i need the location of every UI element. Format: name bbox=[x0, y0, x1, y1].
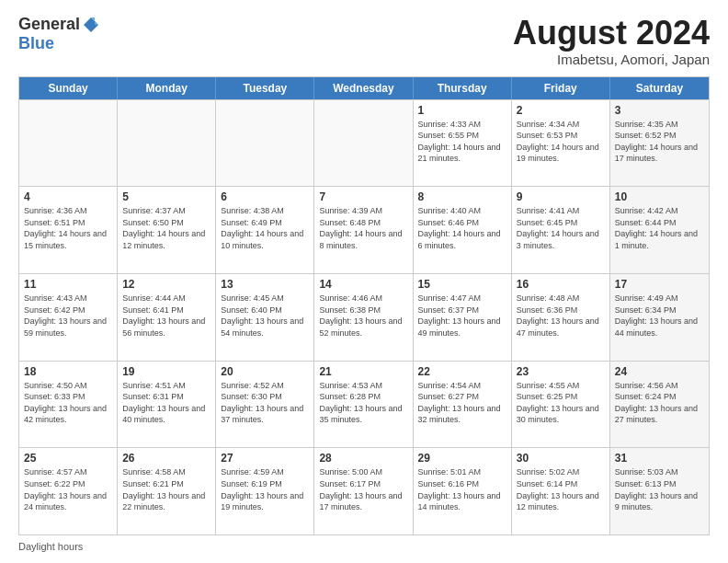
day-of-week-saturday: Saturday bbox=[610, 77, 709, 99]
day-number: 30 bbox=[517, 452, 605, 465]
day-info: Sunrise: 4:59 AM Sunset: 6:19 PM Dayligh… bbox=[221, 466, 309, 512]
day-info: Sunrise: 4:42 AM Sunset: 6:44 PM Dayligh… bbox=[615, 205, 704, 251]
day-number: 11 bbox=[24, 278, 112, 291]
day-number: 29 bbox=[418, 452, 506, 465]
page: General Blue August 2024 Imabetsu, Aomor… bbox=[0, 0, 728, 563]
day-number: 24 bbox=[615, 365, 704, 378]
day-info: Sunrise: 4:41 AM Sunset: 6:45 PM Dayligh… bbox=[517, 205, 605, 251]
day-info: Sunrise: 4:38 AM Sunset: 6:49 PM Dayligh… bbox=[221, 205, 309, 251]
header: General Blue August 2024 Imabetsu, Aomor… bbox=[18, 15, 710, 67]
day-info: Sunrise: 4:34 AM Sunset: 6:53 PM Dayligh… bbox=[517, 119, 605, 165]
day-number: 25 bbox=[24, 452, 112, 465]
day-info: Sunrise: 4:47 AM Sunset: 6:37 PM Dayligh… bbox=[418, 293, 506, 339]
calendar-header: SundayMondayTuesdayWednesdayThursdayFrid… bbox=[19, 77, 709, 99]
day-info: Sunrise: 4:53 AM Sunset: 6:28 PM Dayligh… bbox=[319, 380, 407, 426]
day-number: 6 bbox=[221, 190, 309, 203]
day-number: 23 bbox=[517, 365, 605, 378]
empty-cell bbox=[216, 100, 314, 187]
title-block: August 2024 Imabetsu, Aomori, Japan bbox=[513, 15, 710, 67]
subtitle: Imabetsu, Aomori, Japan bbox=[513, 52, 710, 67]
day-cell-4: 4Sunrise: 4:36 AM Sunset: 6:51 PM Daylig… bbox=[19, 187, 118, 273]
day-number: 22 bbox=[418, 365, 506, 378]
calendar-week-1: 1Sunrise: 4:33 AM Sunset: 6:55 PM Daylig… bbox=[19, 99, 709, 187]
day-info: Sunrise: 5:00 AM Sunset: 6:17 PM Dayligh… bbox=[319, 466, 407, 512]
day-info: Sunrise: 4:36 AM Sunset: 6:51 PM Dayligh… bbox=[24, 205, 112, 251]
day-number: 31 bbox=[615, 452, 704, 465]
calendar-body: 1Sunrise: 4:33 AM Sunset: 6:55 PM Daylig… bbox=[19, 99, 709, 534]
day-info: Sunrise: 4:35 AM Sunset: 6:52 PM Dayligh… bbox=[615, 119, 704, 165]
footer-note: Daylight hours bbox=[18, 541, 710, 552]
calendar: SundayMondayTuesdayWednesdayThursdayFrid… bbox=[18, 76, 710, 535]
month-title: August 2024 bbox=[513, 15, 710, 52]
day-number: 4 bbox=[24, 190, 112, 203]
empty-cell bbox=[314, 100, 413, 187]
day-of-week-thursday: Thursday bbox=[414, 77, 512, 99]
day-cell-18: 18Sunrise: 4:50 AM Sunset: 6:33 PM Dayli… bbox=[19, 362, 118, 448]
day-number: 26 bbox=[122, 452, 210, 465]
day-info: Sunrise: 4:37 AM Sunset: 6:50 PM Dayligh… bbox=[122, 205, 210, 251]
empty-cell bbox=[19, 100, 118, 187]
logo: General Blue bbox=[18, 15, 100, 53]
day-number: 1 bbox=[418, 104, 506, 117]
day-cell-15: 15Sunrise: 4:47 AM Sunset: 6:37 PM Dayli… bbox=[414, 274, 512, 361]
day-number: 17 bbox=[615, 278, 704, 291]
day-cell-6: 6Sunrise: 4:38 AM Sunset: 6:49 PM Daylig… bbox=[216, 187, 314, 273]
logo-blue: Blue bbox=[18, 34, 54, 53]
day-info: Sunrise: 4:55 AM Sunset: 6:25 PM Dayligh… bbox=[517, 380, 605, 426]
day-number: 28 bbox=[319, 452, 407, 465]
day-cell-12: 12Sunrise: 4:44 AM Sunset: 6:41 PM Dayli… bbox=[118, 274, 216, 361]
day-number: 14 bbox=[319, 278, 407, 291]
day-info: Sunrise: 4:56 AM Sunset: 6:24 PM Dayligh… bbox=[615, 380, 704, 426]
day-of-week-monday: Monday bbox=[118, 77, 216, 99]
logo-general: General bbox=[18, 15, 80, 34]
day-info: Sunrise: 5:02 AM Sunset: 6:14 PM Dayligh… bbox=[517, 466, 605, 512]
day-number: 13 bbox=[221, 278, 309, 291]
day-number: 18 bbox=[24, 365, 112, 378]
day-info: Sunrise: 4:39 AM Sunset: 6:48 PM Dayligh… bbox=[319, 205, 407, 251]
day-cell-20: 20Sunrise: 4:52 AM Sunset: 6:30 PM Dayli… bbox=[216, 362, 314, 448]
day-cell-1: 1Sunrise: 4:33 AM Sunset: 6:55 PM Daylig… bbox=[414, 100, 512, 187]
day-info: Sunrise: 4:44 AM Sunset: 6:41 PM Dayligh… bbox=[122, 293, 210, 339]
day-number: 27 bbox=[221, 452, 309, 465]
day-number: 21 bbox=[319, 365, 407, 378]
day-number: 19 bbox=[122, 365, 210, 378]
day-number: 8 bbox=[418, 190, 506, 203]
day-of-week-tuesday: Tuesday bbox=[216, 77, 314, 99]
day-cell-22: 22Sunrise: 4:54 AM Sunset: 6:27 PM Dayli… bbox=[414, 362, 512, 448]
day-number: 16 bbox=[517, 278, 605, 291]
logo-icon bbox=[82, 16, 100, 34]
day-info: Sunrise: 4:58 AM Sunset: 6:21 PM Dayligh… bbox=[122, 466, 210, 512]
day-cell-23: 23Sunrise: 4:55 AM Sunset: 6:25 PM Dayli… bbox=[512, 362, 610, 448]
day-number: 10 bbox=[615, 190, 704, 203]
day-info: Sunrise: 4:52 AM Sunset: 6:30 PM Dayligh… bbox=[221, 380, 309, 426]
day-info: Sunrise: 4:33 AM Sunset: 6:55 PM Dayligh… bbox=[418, 119, 506, 165]
day-cell-27: 27Sunrise: 4:59 AM Sunset: 6:19 PM Dayli… bbox=[216, 448, 314, 534]
day-info: Sunrise: 5:03 AM Sunset: 6:13 PM Dayligh… bbox=[615, 466, 704, 512]
day-number: 5 bbox=[122, 190, 210, 203]
day-cell-25: 25Sunrise: 4:57 AM Sunset: 6:22 PM Dayli… bbox=[19, 448, 118, 534]
calendar-week-5: 25Sunrise: 4:57 AM Sunset: 6:22 PM Dayli… bbox=[19, 447, 709, 534]
day-cell-7: 7Sunrise: 4:39 AM Sunset: 6:48 PM Daylig… bbox=[314, 187, 413, 273]
day-number: 2 bbox=[517, 104, 605, 117]
day-of-week-friday: Friday bbox=[512, 77, 610, 99]
day-cell-3: 3Sunrise: 4:35 AM Sunset: 6:52 PM Daylig… bbox=[610, 100, 709, 187]
day-info: Sunrise: 4:51 AM Sunset: 6:31 PM Dayligh… bbox=[122, 380, 210, 426]
day-number: 12 bbox=[122, 278, 210, 291]
calendar-week-2: 4Sunrise: 4:36 AM Sunset: 6:51 PM Daylig… bbox=[19, 186, 709, 273]
day-cell-5: 5Sunrise: 4:37 AM Sunset: 6:50 PM Daylig… bbox=[118, 187, 216, 273]
day-info: Sunrise: 4:40 AM Sunset: 6:46 PM Dayligh… bbox=[418, 205, 506, 251]
day-cell-10: 10Sunrise: 4:42 AM Sunset: 6:44 PM Dayli… bbox=[610, 187, 709, 273]
day-info: Sunrise: 5:01 AM Sunset: 6:16 PM Dayligh… bbox=[418, 466, 506, 512]
day-info: Sunrise: 4:57 AM Sunset: 6:22 PM Dayligh… bbox=[24, 466, 112, 512]
day-cell-30: 30Sunrise: 5:02 AM Sunset: 6:14 PM Dayli… bbox=[512, 448, 610, 534]
day-info: Sunrise: 4:50 AM Sunset: 6:33 PM Dayligh… bbox=[24, 380, 112, 426]
day-of-week-wednesday: Wednesday bbox=[314, 77, 413, 99]
day-number: 7 bbox=[319, 190, 407, 203]
day-cell-19: 19Sunrise: 4:51 AM Sunset: 6:31 PM Dayli… bbox=[118, 362, 216, 448]
day-cell-14: 14Sunrise: 4:46 AM Sunset: 6:38 PM Dayli… bbox=[314, 274, 413, 361]
calendar-week-3: 11Sunrise: 4:43 AM Sunset: 6:42 PM Dayli… bbox=[19, 273, 709, 361]
day-cell-2: 2Sunrise: 4:34 AM Sunset: 6:53 PM Daylig… bbox=[512, 100, 610, 187]
day-info: Sunrise: 4:54 AM Sunset: 6:27 PM Dayligh… bbox=[418, 380, 506, 426]
day-cell-16: 16Sunrise: 4:48 AM Sunset: 6:36 PM Dayli… bbox=[512, 274, 610, 361]
day-info: Sunrise: 4:46 AM Sunset: 6:38 PM Dayligh… bbox=[319, 293, 407, 339]
